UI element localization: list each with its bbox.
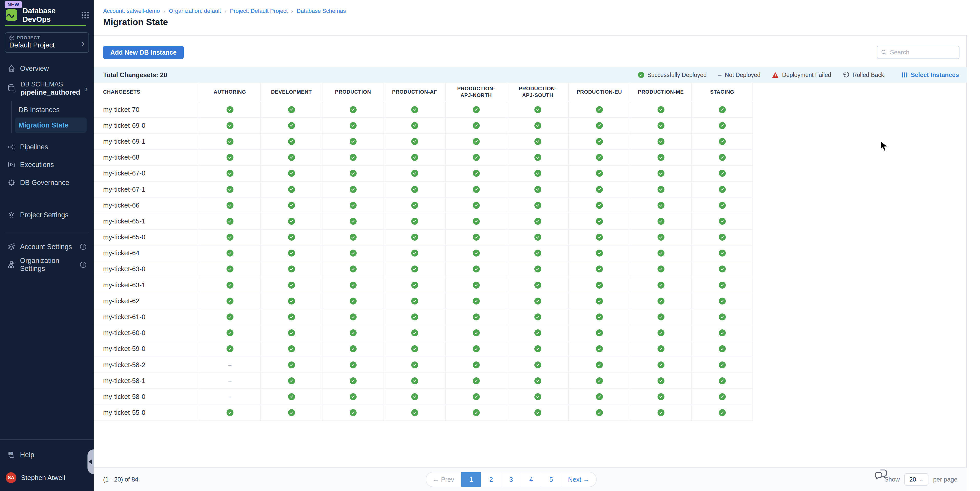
project-selector[interactable]: PROJECT Default Project › [5, 32, 89, 53]
governance-icon [8, 179, 15, 186]
status-cell [383, 102, 445, 117]
status-deployed-icon [719, 154, 726, 161]
sidebar-item-overview[interactable]: Overview [0, 61, 94, 76]
database-devops-logo-icon [5, 8, 19, 22]
status-cell [383, 246, 445, 261]
status-deployed-icon [288, 313, 295, 320]
status-deployed-icon [657, 202, 665, 209]
sidebar-item-project-settings[interactable]: Project Settings [0, 207, 94, 222]
page-button-2[interactable]: 2 [481, 472, 501, 487]
sidebar-item-pipelines[interactable]: Pipelines [0, 139, 94, 155]
status-deployed-icon [226, 106, 234, 113]
sidebar-user[interactable]: SA Stephen Atwell [0, 470, 94, 485]
per-page-label: per page [933, 476, 958, 483]
app-title: Database DevOps [22, 7, 77, 24]
status-deployed-icon [350, 297, 356, 305]
prev-page-button[interactable]: ← Prev [426, 472, 461, 487]
table-row: my-ticket-58-0– [94, 389, 753, 405]
status-not-deployed-dash: – [228, 361, 232, 369]
select-instances-label: Select Instances [911, 72, 959, 78]
status-cell [568, 213, 630, 229]
status-deployed-icon [350, 122, 356, 129]
sidebar-item-executions[interactable]: Executions [0, 157, 94, 172]
status-cell [507, 405, 568, 421]
status-deployed-icon [657, 409, 665, 416]
status-cell [199, 230, 260, 245]
status-cell [322, 150, 383, 165]
sidebar-item-migration-state[interactable]: Migration State [15, 118, 87, 133]
sidebar-item-account-settings[interactable]: Account Settings [0, 239, 94, 254]
status-deployed-icon [288, 249, 295, 257]
select-instances-button[interactable]: Select Instances [902, 72, 959, 78]
db-schema-name: pipeline_authored [21, 88, 80, 97]
changeset-name: my-ticket-65-1 [94, 213, 199, 229]
breadcrumb-organization[interactable]: Organization: default [169, 8, 221, 14]
status-deployed-icon [719, 218, 726, 225]
status-cell [691, 341, 753, 357]
search-box[interactable] [877, 46, 959, 59]
table-row: my-ticket-58-2– [94, 357, 753, 373]
sidebar-item-help[interactable]: ? Help [0, 447, 94, 462]
status-deployed-icon [226, 313, 234, 320]
sidebar-item-organization-settings[interactable]: Organization Settings [0, 257, 94, 272]
status-deployed-icon [596, 202, 603, 209]
status-deployed-icon [719, 186, 726, 193]
project-label: PROJECT [17, 35, 40, 41]
status-deployed-icon [596, 265, 603, 272]
sidebar-item-db-instances[interactable]: DB Instances [15, 102, 87, 118]
page-button-1[interactable]: 1 [461, 472, 481, 487]
status-cell [630, 118, 691, 133]
status-cell [199, 182, 260, 197]
breadcrumb-database-schemas[interactable]: Database Schemas [297, 8, 346, 14]
status-deployed-icon [596, 186, 603, 193]
sidebar-item-db-governance[interactable]: DB Governance [0, 175, 94, 190]
add-db-instance-button[interactable]: Add New DB Instance [103, 46, 184, 59]
status-deployed-icon [226, 234, 234, 241]
app-grid-icon[interactable] [81, 11, 89, 19]
next-page-button-5[interactable]: 5 [541, 472, 561, 487]
page-button-3[interactable]: 3 [501, 472, 521, 487]
table-row: my-ticket-65-0 [94, 230, 753, 246]
status-cell [199, 213, 260, 229]
search-input[interactable] [890, 49, 955, 56]
avatar: SA [6, 472, 16, 483]
svg-text:?: ? [10, 452, 12, 455]
status-deployed-icon [350, 170, 356, 177]
table-row: my-ticket-65-1 [94, 213, 753, 229]
status-cell [507, 373, 568, 388]
status-deployed-icon [657, 186, 665, 193]
info-icon[interactable] [80, 261, 86, 268]
breadcrumb-account[interactable]: Account: satwell-demo [103, 8, 160, 14]
breadcrumb-project[interactable]: Project: Default Project [230, 8, 288, 14]
status-deployed-icon [473, 249, 480, 257]
support-chat-widget-icon[interactable] [875, 469, 888, 481]
status-deployed-icon [411, 377, 418, 384]
columns-icon [902, 72, 908, 78]
status-deployed-icon [411, 297, 418, 305]
status-cell [199, 118, 260, 133]
page-size-select[interactable]: 20 ⌄ [904, 473, 928, 486]
status-deployed-icon [350, 234, 356, 241]
pipeline-icon [8, 143, 15, 151]
status-cell [322, 197, 383, 213]
info-icon[interactable] [80, 243, 86, 250]
sidebar-item-db-schemas[interactable]: DB SCHEMAS pipeline_authored › [0, 78, 94, 99]
status-deployed-icon [719, 138, 726, 145]
status-cell [568, 197, 630, 213]
status-deployed-icon [596, 361, 603, 369]
sidebar-collapse-button[interactable] [88, 450, 94, 474]
column-header-production-af: PRODUCTION-AF [383, 83, 445, 101]
chevron-right-icon: › [81, 38, 84, 48]
status-deployed-icon [535, 202, 541, 209]
status-deployed-icon [226, 265, 234, 272]
account-icon [8, 243, 15, 251]
status-deployed-icon [226, 122, 234, 129]
next-page-button[interactable]: Next → [561, 472, 596, 487]
table-row: my-ticket-68 [94, 150, 753, 166]
status-cell [568, 118, 630, 133]
sidebar-item-label: Overview [20, 65, 49, 73]
status-deployed-icon [473, 170, 480, 177]
status-cell [383, 118, 445, 133]
database-icon [8, 84, 16, 93]
page-button-4[interactable]: 4 [521, 472, 541, 487]
